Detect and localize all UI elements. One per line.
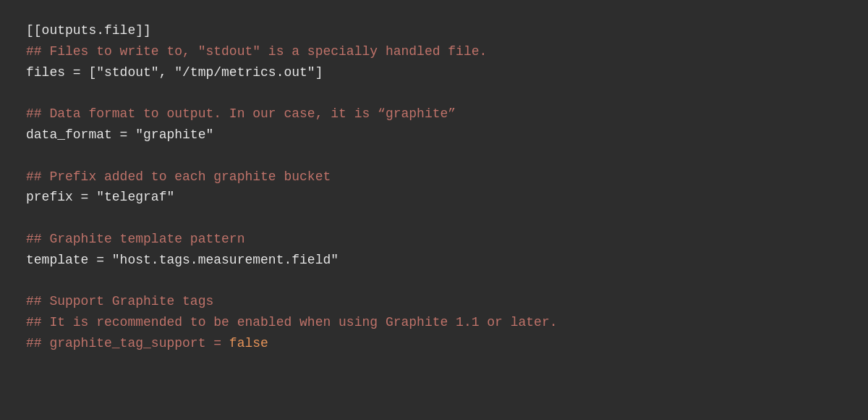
comment-line-7: ## graphite_tag_support = false	[26, 333, 842, 354]
code-line-prefix: prefix = "telegraf"	[26, 187, 842, 208]
blank-2	[26, 146, 842, 167]
section-header: [[outputs.file]]	[26, 20, 842, 41]
comment-line-4: ## Graphite template pattern	[26, 229, 842, 250]
comment-line-5: ## Support Graphite tags	[26, 291, 842, 312]
code-editor: [[outputs.file]] ## Files to write to, "…	[0, 0, 868, 420]
blank-4	[26, 271, 842, 292]
code-line-files: files = ["stdout", "/tmp/metrics.out"]	[26, 62, 842, 83]
comment-line-6: ## It is recommended to be enabled when …	[26, 312, 842, 333]
comment-line-2: ## Data format to output. In our case, i…	[26, 104, 842, 125]
code-line-template: template = "host.tags.measurement.field"	[26, 250, 842, 271]
comment-line-1: ## Files to write to, "stdout" is a spec…	[26, 41, 842, 62]
code-line-data-format: data_format = "graphite"	[26, 125, 842, 146]
comment-tag-support-value: false	[229, 336, 268, 350]
blank-3	[26, 208, 842, 229]
comment-tag-support-prefix: ## graphite_tag_support =	[26, 336, 229, 350]
blank-1	[26, 83, 842, 104]
comment-line-3: ## Prefix added to each graphite bucket	[26, 167, 842, 188]
